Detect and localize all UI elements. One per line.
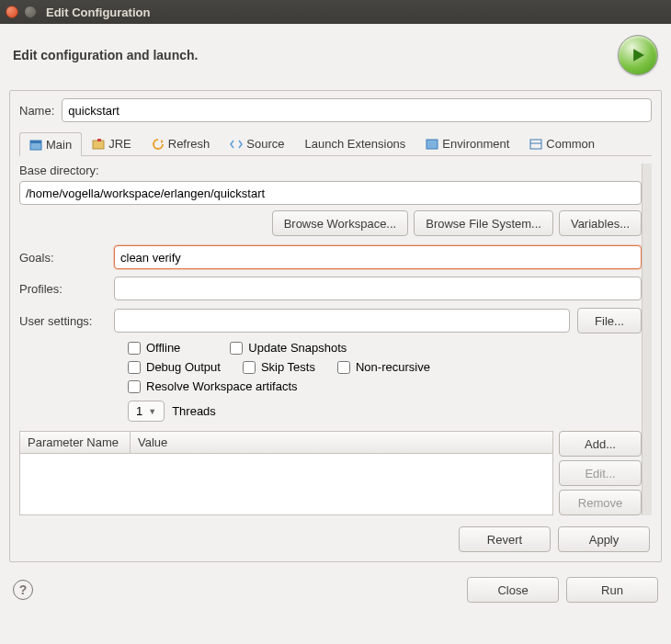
close-button[interactable]: Close <box>467 577 559 603</box>
tab-label: Launch Extensions <box>304 137 405 151</box>
svg-rect-2 <box>30 141 41 143</box>
skip-tests-checkbox[interactable]: Skip Tests <box>243 360 315 374</box>
non-recursive-checkbox[interactable]: Non-recursive <box>337 360 430 374</box>
source-tab-icon <box>230 138 243 151</box>
refresh-tab-icon <box>152 138 165 151</box>
table-body <box>20 454 552 511</box>
environment-tab-icon <box>426 138 438 151</box>
tab-jre[interactable]: JRE <box>82 131 142 155</box>
goals-input[interactable] <box>114 245 642 269</box>
config-panel: Name: Main JRE Refresh Source Launch Ext… <box>9 90 662 562</box>
apply-button[interactable]: Apply <box>558 526 650 552</box>
svg-marker-5 <box>161 140 164 143</box>
tab-label: Environment <box>442 137 509 151</box>
window-titlebar: Edit Configuration <box>0 0 671 24</box>
svg-rect-6 <box>426 140 438 149</box>
tab-refresh[interactable]: Refresh <box>142 131 221 155</box>
table-header-name: Parameter Name <box>20 432 131 453</box>
name-input[interactable] <box>62 98 652 122</box>
debug-output-checkbox[interactable]: Debug Output <box>128 360 221 374</box>
tab-main[interactable]: Main <box>19 132 82 156</box>
offline-checkbox[interactable]: Offline <box>128 341 180 355</box>
goals-label: Goals: <box>19 251 107 265</box>
svg-rect-3 <box>93 141 104 149</box>
tab-source[interactable]: Source <box>220 131 294 155</box>
tab-label: Source <box>246 137 284 151</box>
table-header-value: Value <box>131 432 552 453</box>
tab-label: Main <box>46 138 72 152</box>
tab-label: Common <box>546 137 595 151</box>
revert-button[interactable]: Revert <box>459 526 551 552</box>
variables-button[interactable]: Variables... <box>559 210 642 236</box>
threads-label: Threads <box>172 404 216 418</box>
run-button[interactable]: Run <box>566 577 658 603</box>
chevron-down-icon: ▼ <box>148 407 156 416</box>
file-button[interactable]: File... <box>577 308 642 333</box>
main-tab-icon <box>29 139 42 152</box>
profiles-label: Profiles: <box>19 282 107 296</box>
tab-label: Refresh <box>168 137 210 151</box>
edit-button[interactable]: Edit... <box>559 460 642 486</box>
browse-filesystem-button[interactable]: Browse File System... <box>414 210 553 236</box>
name-label: Name: <box>19 104 54 118</box>
base-dir-input[interactable] <box>19 181 642 205</box>
tab-bar: Main JRE Refresh Source Launch Extension… <box>19 131 652 156</box>
profiles-input[interactable] <box>114 277 642 300</box>
browse-workspace-button[interactable]: Browse Workspace... <box>272 210 409 236</box>
window-minimize-icon[interactable] <box>24 6 37 18</box>
user-settings-input[interactable] <box>114 309 570 333</box>
tab-environment[interactable]: Environment <box>415 131 519 155</box>
svg-rect-4 <box>97 139 101 141</box>
window-title: Edit Configuration <box>46 6 150 19</box>
user-settings-label: User settings: <box>19 314 107 328</box>
parameters-table[interactable]: Parameter Name Value <box>19 431 553 515</box>
dialog-header: Edit configuration and launch. <box>0 24 671 85</box>
panel-scrollbar[interactable] <box>642 164 652 515</box>
svg-rect-7 <box>530 140 541 149</box>
window-close-icon[interactable] <box>6 6 18 18</box>
header-title: Edit configuration and launch. <box>13 48 618 62</box>
tab-launch-ext[interactable]: Launch Extensions <box>294 131 415 155</box>
help-icon[interactable]: ? <box>13 580 33 600</box>
common-tab-icon <box>529 138 542 151</box>
remove-button[interactable]: Remove <box>559 490 642 515</box>
tab-common[interactable]: Common <box>519 131 605 155</box>
tab-label: JRE <box>108 137 131 151</box>
add-button[interactable]: Add... <box>559 431 642 457</box>
svg-marker-0 <box>634 50 644 62</box>
base-dir-label: Base directory: <box>19 164 642 177</box>
update-snapshots-checkbox[interactable]: Update Snapshots <box>230 341 347 355</box>
threads-spinner[interactable]: 1 ▼ <box>128 401 165 422</box>
resolve-workspace-checkbox[interactable]: Resolve Workspace artifacts <box>128 379 298 393</box>
run-icon <box>618 35 658 75</box>
jre-tab-icon <box>92 138 105 151</box>
